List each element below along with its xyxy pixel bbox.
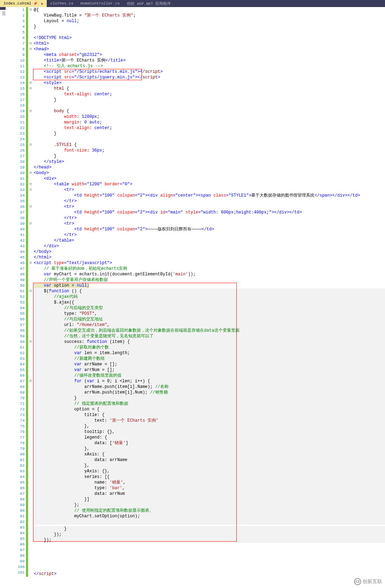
code-line: Layout = null; (33, 18, 385, 24)
tab-label: clothes.cs (50, 1, 73, 6)
code-line: // 指定图表的配置项和数据 (33, 401, 385, 407)
code-line: $(function () { (33, 288, 385, 294)
code-line: data: arrName (33, 457, 385, 463)
code-line: //与后端的交互类型 (33, 305, 385, 311)
code-line: type: 'bar', (33, 485, 385, 491)
code-line: }, (33, 423, 385, 429)
code-line: <meta charset="gb2312"> (33, 52, 385, 58)
code-line: </body> (33, 249, 385, 255)
code-line: arrName.push(item[i].Name); //名称 (33, 384, 385, 390)
tab-clothes-cs[interactable]: clothes.cs (47, 0, 77, 7)
code-line: //新建两个数组 (33, 356, 385, 362)
code-line: yAxis: {}, (33, 468, 385, 474)
code-line: <td height="100" colspan="2">————版权归刘日辉所… (33, 226, 385, 232)
line-number-gutter: 1234567891011121314151617181920212223242… (6, 7, 26, 577)
editor-main: 服务器资源管理器 工具箱 123456789101112131415161718… (0, 7, 385, 577)
code-line: </html> (33, 255, 385, 260)
code-line: data: ['销量'] (33, 440, 385, 446)
code-line: series: [{ (33, 474, 385, 480)
code-line: text-align: center; (33, 125, 385, 131)
code-line: myChart.setOption(option); (33, 513, 385, 519)
code-line: var len = item.length; (33, 350, 385, 356)
code-line: //获取对象的个数 (33, 345, 385, 350)
code-line: var myChart = echarts.init(document.getE… (33, 271, 385, 277)
code-line: // 基于准备好的dom，初始化echarts实例 (33, 266, 385, 271)
code-line: title: { (33, 412, 385, 418)
code-line: </tr> (33, 215, 385, 221)
close-icon[interactable]: ✕ (41, 1, 43, 6)
code-line (33, 560, 385, 565)
tab-homecontroller-cs[interactable]: HomeController.cs (77, 0, 123, 7)
code-line: }); (33, 532, 385, 537)
pin-icon: 📌 (33, 2, 37, 6)
code-line: //当然，这个变量是随便写，见名知意就可以了 (33, 333, 385, 339)
code-line: } (33, 395, 385, 401)
code-line: </script> (33, 571, 385, 577)
code-line: </tr> (33, 198, 385, 204)
code-line: // 使用刚指定的配置项和数据显示图表。 (33, 508, 385, 513)
tab-label: 你的 ASP.NET 应用程序 (127, 1, 171, 6)
fold-column: ⊟⊟⊟⊟⊟⊟⊟⊟⊟⊟⊟⊟⊟⊟⊟⊟ (28, 7, 33, 577)
code-line: } (33, 24, 385, 30)
code-line: <title>第一个 ECharts 实例</title> (33, 58, 385, 63)
tab-bar: Index.cshtml 📌 ✕ clothes.cs HomeControll… (0, 0, 385, 7)
code-line: <html> (33, 41, 385, 46)
code-line: option = { (33, 407, 385, 412)
code-line: <style> (33, 80, 385, 86)
code-editor[interactable]: @{ ViewBag.Title = "第一个 ECharts 实例"; Lay… (33, 7, 385, 577)
code-line (33, 30, 385, 35)
code-line: }); (33, 537, 385, 543)
code-line (33, 103, 385, 108)
tab-aspnet-app[interactable]: 你的 ASP.NET 应用程序 (123, 0, 174, 7)
code-line: font-size: 36px; (33, 148, 385, 153)
tab-label: HomeController.cs (80, 1, 120, 6)
code-line: <tr> (33, 187, 385, 193)
code-line: tooltip: {}, (33, 429, 385, 435)
code-line (33, 543, 385, 549)
code-line: legend: { (33, 435, 385, 440)
code-line (33, 565, 385, 571)
code-line: //声明一个变量用户存储表格数据 (33, 277, 385, 283)
code-line: } (33, 526, 385, 532)
code-line: //循环改变数组里面的值 (33, 373, 385, 378)
code-line: //如果交互成功，则后端会返回对象数据，这个对象数据在前端就是存储在data这个… (33, 328, 385, 333)
code-line: }, (33, 463, 385, 468)
code-line: xAxis: { (33, 452, 385, 457)
code-line: </tr> (33, 232, 385, 238)
code-line: //ajax代码 (33, 294, 385, 300)
code-line: </head> (33, 165, 385, 170)
code-line: arrNum.push(item[i].Num); //销售额 (33, 390, 385, 395)
code-line: @{ (33, 7, 385, 13)
side-panel-toolbox[interactable]: 工具箱 (0, 8, 6, 10)
code-line: <table width="1200" border="0"> (33, 181, 385, 187)
code-line: }] (33, 497, 385, 502)
code-line: name: '销量', (33, 480, 385, 485)
code-line: var arrName = []; (33, 362, 385, 367)
code-line (33, 136, 385, 142)
code-line: }; (33, 502, 385, 508)
code-line: }, (33, 446, 385, 452)
tab-index-cshtml[interactable]: Index.cshtml 📌 ✕ (0, 0, 47, 7)
code-line (33, 549, 385, 554)
code-line: <tr> (33, 221, 385, 226)
code-line: text-align: center; (33, 91, 385, 97)
code-line (33, 554, 385, 560)
code-line: margin: 0 auto; (33, 120, 385, 125)
code-line: url: "/Home/item", (33, 322, 385, 328)
code-line: <tr> (33, 204, 385, 210)
code-line: <head> (33, 46, 385, 52)
code-line: body { (33, 108, 385, 114)
code-line: data: arrNum (33, 491, 385, 497)
code-line: <!DOCTYPE html> (33, 35, 385, 41)
code-line: success: function (item) { (33, 339, 385, 345)
code-line: <script src="/Scripts/jquery.min.js"></s… (33, 75, 385, 80)
code-line: } (33, 131, 385, 136)
code-line: <script type="text/javascript"> (33, 260, 385, 266)
code-line: type: "POST", (33, 311, 385, 317)
side-panels: 服务器资源管理器 工具箱 (0, 7, 6, 170)
code-line: width: 1200px; (33, 114, 385, 120)
code-line: //与后端的交互地址 (33, 317, 385, 322)
code-line: var arrNum = []; (33, 367, 385, 373)
code-line: </table> (33, 238, 385, 243)
code-line: var option = null; (33, 283, 385, 288)
